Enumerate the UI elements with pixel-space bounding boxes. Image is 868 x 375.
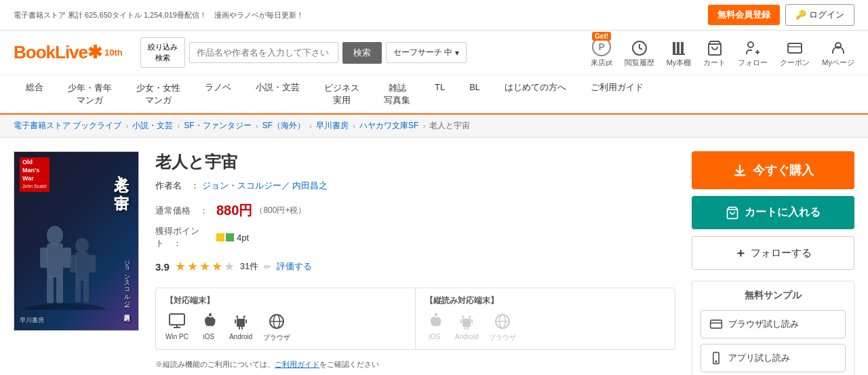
nav-item-girls-manga[interactable]: 少女・女性マンガ	[124, 75, 193, 113]
svg-rect-29	[239, 327, 240, 330]
cart-add-icon	[726, 206, 739, 220]
star-4: ★	[212, 259, 222, 274]
svg-rect-20	[75, 252, 89, 281]
lock-icon: 🔑	[795, 9, 806, 20]
svg-rect-30	[241, 327, 243, 330]
rating-score: 3.9	[155, 261, 170, 273]
cover-illustration	[21, 195, 109, 310]
device-note: ※縦読み機能のご利用については、ご利用ガイドをご確認ください	[155, 359, 675, 370]
bookshelf-label: My本棚	[667, 58, 692, 68]
book-cover-jp-author: ジョン・スコルジー 内田昌之訳	[123, 256, 132, 310]
nav-item-guide[interactable]: ご利用ガイド	[578, 75, 656, 113]
supported-devices-title: 【対応端末】	[165, 295, 406, 307]
svg-rect-1	[673, 42, 675, 54]
search-button[interactable]: 検索	[342, 42, 382, 64]
get-badge: Get!	[592, 32, 611, 41]
breadcrumb-current: 老人と宇宙	[429, 120, 470, 132]
breadcrumb-sf-overseas[interactable]: SF（海外）	[262, 120, 305, 132]
nav-item-boys-manga[interactable]: 少年・青年マンガ	[56, 75, 124, 113]
book-cover: OldMan'sWarJohn Scalzi 老人と宇宙 ジョン・スコルジー 内…	[14, 151, 139, 331]
star-3: ★	[199, 259, 210, 274]
header-icon-history[interactable]: 閲覧履歴	[625, 40, 654, 68]
device-browser-vertical: ブラウザ	[489, 312, 516, 342]
author-label: 作者名 ：	[155, 180, 199, 191]
header-icon-bookshelf[interactable]: My本棚	[667, 40, 692, 68]
nav-item-novels[interactable]: 小説・文芸	[243, 75, 312, 113]
register-button[interactable]: 無料会員登録	[708, 5, 780, 25]
chevron-down-icon: ▾	[455, 48, 459, 58]
svg-point-28	[209, 313, 212, 317]
breadcrumb-hayakawa[interactable]: 早川書房	[316, 120, 349, 132]
add-to-cart-button[interactable]: カートに入れる	[692, 196, 854, 229]
main-nav: 総合 少年・青年マンガ 少女・女性マンガ ラノベ 小説・文芸 ビジネス実用 雑誌…	[0, 75, 868, 115]
logo-text: BookLive✱	[14, 42, 102, 63]
device-android: Android	[229, 312, 252, 340]
svg-point-12	[24, 303, 106, 310]
svg-point-34	[242, 317, 243, 318]
guide-link[interactable]: ご利用ガイド	[275, 360, 319, 368]
app-trial-button[interactable]: アプリ試し読み	[701, 344, 846, 372]
nav-item-bl[interactable]: BL	[457, 75, 492, 113]
follow-button[interactable]: ＋ フォローする	[692, 236, 854, 270]
nav-item-business[interactable]: ビジネス実用	[312, 75, 372, 113]
top-bar: 電子書籍ストア 累計 625,650タイトル 1,254,019冊配信！ 漫画や…	[0, 0, 868, 31]
nav-item-tl[interactable]: TL	[422, 75, 457, 113]
breadcrumb-novels[interactable]: 小説・文芸	[132, 120, 173, 132]
buy-now-button[interactable]: 今すぐ購入	[692, 151, 854, 189]
mobile-trial-icon	[709, 351, 723, 365]
browser-vertical-label: ブラウザ	[489, 333, 516, 342]
mypage-label: Myページ	[822, 58, 854, 68]
coupon-icon	[787, 40, 803, 56]
device-android-vertical: Android	[455, 312, 478, 340]
nav-item-all[interactable]: 総合	[14, 75, 56, 113]
history-label: 閲覧履歴	[625, 58, 654, 68]
vertical-devices-title: 【縦読み対応端末】	[425, 295, 665, 307]
nav-item-magazine[interactable]: 雑誌写真集	[372, 75, 422, 113]
svg-rect-17	[47, 276, 54, 303]
plus-icon: ＋	[734, 245, 747, 261]
svg-rect-4	[673, 54, 685, 55]
price-sub: （800円+税）	[255, 205, 306, 216]
follow-label: フォロー	[738, 58, 768, 68]
rate-button[interactable]: 評価する	[277, 260, 312, 273]
browser-trial-button[interactable]: ブラウザ試し読み	[701, 310, 846, 338]
header-icon-follow[interactable]: フォロー	[738, 40, 768, 68]
logo[interactable]: BookLive✱ 10th	[14, 42, 123, 63]
safe-search-selector[interactable]: セーフサーチ 中 ▾	[386, 42, 467, 63]
nav-item-ranobe[interactable]: ラノベ	[193, 75, 243, 113]
header-icon-cart[interactable]: カート	[703, 40, 726, 68]
main-content: OldMan'sWarJohn Scalzi 老人と宇宙 ジョン・スコルジー 内…	[0, 138, 868, 375]
points-icon	[216, 233, 234, 241]
device-browser: ブラウザ	[263, 312, 290, 342]
header-icon-coupon[interactable]: クーポン	[780, 40, 810, 68]
header-icon-mypage[interactable]: Myページ	[822, 40, 854, 68]
nav-item-beginners[interactable]: はじめての方へ	[492, 75, 578, 113]
follow-plus-icon	[745, 40, 761, 56]
visit-pt-label: 来店pt	[591, 58, 612, 68]
svg-rect-14	[47, 243, 63, 277]
sample-title: 無料サンプル	[701, 290, 846, 302]
clock-icon	[631, 40, 648, 56]
narrow-search-button[interactable]: 絞り込み検索	[140, 37, 185, 68]
author-link[interactable]: ジョン・スコルジー／ 内田昌之	[202, 180, 328, 191]
breadcrumb-sf-fantasy[interactable]: SF・ファンタジー	[184, 120, 251, 132]
search-input[interactable]	[189, 42, 338, 63]
ios-vertical-label: iOS	[429, 333, 441, 340]
svg-rect-2	[677, 42, 679, 54]
login-button[interactable]: 🔑 ログイン	[785, 4, 854, 26]
user-icon	[830, 40, 846, 56]
breadcrumb-home[interactable]: 電子書籍ストア ブックライブ	[14, 120, 121, 132]
svg-rect-9	[788, 43, 802, 53]
star-5: ★	[224, 259, 235, 274]
device-row: 【対応端末】 Win PC iOS	[156, 288, 675, 349]
pencil-icon: ✏	[264, 262, 271, 272]
svg-rect-22	[89, 255, 96, 273]
svg-rect-23	[75, 279, 81, 302]
svg-rect-31	[235, 319, 236, 323]
point-icon-yellow	[216, 233, 224, 241]
breadcrumb-sep-5: ›	[353, 121, 355, 131]
breadcrumb-hayakawa-sf[interactable]: ハヤカワ文庫SF	[359, 120, 418, 132]
points-label: 獲得ポイント ：	[155, 225, 216, 250]
svg-rect-39	[465, 327, 466, 330]
header-icon-visit-pt[interactable]: Get! P 来店pt	[591, 37, 612, 68]
